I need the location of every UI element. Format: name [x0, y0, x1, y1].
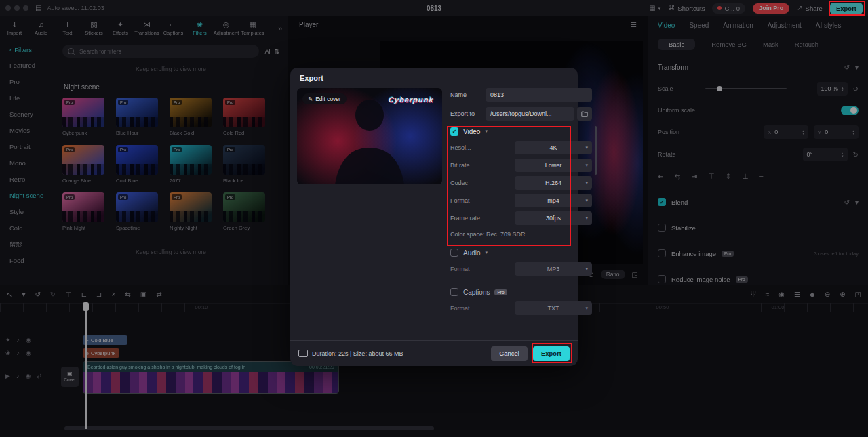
filter-card-black-gold[interactable]: ProBlack Gold [170, 98, 212, 136]
ratio-button[interactable]: Ratio [601, 270, 625, 279]
rotate-icon[interactable]: ↻ [853, 151, 859, 159]
scale-reset-icon[interactable]: ↺ [853, 85, 859, 93]
audio-checkbox[interactable] [450, 249, 458, 257]
reduce-noise-checkbox[interactable] [658, 275, 666, 283]
video-checkbox[interactable]: ✓ [450, 127, 458, 136]
filter-all-button[interactable]: All ⇅ [264, 48, 279, 55]
tool-tab-adjustment[interactable]: ◎Adjustment [213, 21, 239, 36]
tab-animation[interactable]: Animation [723, 22, 753, 29]
stepper-arrows-icon[interactable]: ▴▾ [852, 129, 854, 135]
scale-slider-knob[interactable] [717, 86, 722, 91]
stepper-arrows-icon[interactable]: ▴▾ [842, 152, 844, 157]
collapse-section-icon[interactable]: ▾ [855, 64, 859, 71]
mute-icon[interactable]: ♪ [17, 350, 20, 356]
stabilize-checkbox[interactable] [658, 224, 666, 232]
filter-card-2077[interactable]: Pro2077 [170, 145, 212, 184]
reset-blend-icon[interactable]: ↺ [844, 199, 850, 206]
captions-format-dropdown[interactable]: TXT ▾ [515, 301, 592, 315]
category-style[interactable]: Style [9, 204, 60, 220]
captions-checkbox[interactable] [450, 288, 458, 296]
subtab-retouch[interactable]: Retouch [795, 41, 818, 48]
cancel-button[interactable]: Cancel [491, 346, 528, 361]
filter-card-cold-blue[interactable]: ProCold Blue [116, 145, 158, 184]
stepper-arrows-icon[interactable]: ▴▾ [842, 86, 844, 91]
filter-card-orange-blue[interactable]: ProOrange Blue [62, 145, 104, 184]
export-path-input[interactable] [486, 107, 574, 121]
fullscreen-icon[interactable]: ◳ [632, 271, 638, 278]
playhead-handle[interactable] [83, 302, 89, 311]
cover-button[interactable]: ▣ Cover [61, 367, 79, 387]
join-pro-button[interactable]: Join Pro [753, 3, 789, 14]
align-bottom-icon[interactable]: ⊥ [742, 172, 748, 180]
position-y-stepper[interactable]: Y 0 ▴▾ [814, 125, 859, 139]
tool-tab-text[interactable]: TText [54, 21, 81, 36]
category-mono[interactable]: Mono [9, 155, 60, 171]
align-center-h-icon[interactable]: ⇆ [675, 172, 681, 180]
align-top-icon[interactable]: ⊤ [708, 172, 714, 180]
blend-checkbox[interactable]: ✓ [658, 198, 666, 206]
align-right-icon[interactable]: ⇥ [692, 172, 698, 180]
position-x-stepper[interactable]: X 0 ▴▾ [764, 125, 808, 139]
effect-track-icon[interactable]: ✦ [5, 337, 11, 344]
dropdown-bit-rate[interactable]: Lower▾ [515, 159, 592, 172]
mute-icon[interactable]: ♪ [16, 373, 20, 379]
visibility-icon[interactable]: ◉ [26, 350, 31, 356]
category-featured[interactable]: Featured [9, 58, 60, 74]
filter-card-green-grey[interactable]: ProGreen Grey [223, 192, 265, 231]
tab-adjustment[interactable]: Adjustment [768, 22, 802, 29]
window-close-icon[interactable] [5, 5, 11, 11]
category-[interactable]: 留影 [9, 236, 60, 253]
window-controls[interactable] [5, 5, 28, 11]
collapse-section-icon[interactable]: ▾ [855, 199, 859, 206]
tool-tab-filters[interactable]: ❀Filters [186, 21, 213, 36]
tool-tab-effects[interactable]: ✦Effects [107, 21, 134, 36]
shortcuts-button[interactable]: ⌘ Shortcuts [668, 5, 705, 12]
timeline-scrollbar[interactable] [64, 426, 434, 430]
subtab-basic[interactable]: Basic [658, 39, 695, 50]
tool-tab-audio[interactable]: ♫Audio [28, 21, 54, 36]
export-button-top[interactable]: Export [830, 3, 863, 14]
category-scenery[interactable]: Scenery [9, 106, 60, 123]
filters-panel-title[interactable]: ‹ Filters [9, 46, 60, 54]
tool-tab-import[interactable]: ↧Import [1, 21, 28, 36]
tab-ai-styles[interactable]: AI styles [816, 22, 842, 29]
filter-card-cyberpunk[interactable]: ProCyberpunk [62, 98, 104, 136]
tool-tab-stickers[interactable]: ▧Stickers [81, 21, 107, 36]
stepper-arrows-icon[interactable]: ▴▾ [802, 129, 804, 135]
name-input[interactable] [486, 88, 592, 102]
chevron-down-icon[interactable]: ▾ [485, 129, 488, 134]
dropdown-format[interactable]: mp4▾ [515, 194, 592, 207]
effect-clip[interactable]: ✦ Cold Blue [83, 335, 127, 345]
visibility-icon[interactable]: ◉ [25, 373, 31, 379]
reorder-icon[interactable]: ⇄ [37, 373, 42, 379]
tab-video[interactable]: Video [658, 22, 675, 29]
mute-icon[interactable]: ♪ [17, 337, 20, 344]
align-middle-icon[interactable]: ⇕ [726, 172, 732, 180]
dropdown-codec[interactable]: H.264▾ [515, 176, 592, 190]
dropdown-frame-rate[interactable]: 30fps▾ [515, 211, 592, 225]
uniform-scale-toggle[interactable] [841, 106, 859, 115]
window-zoom-icon[interactable] [23, 5, 28, 11]
tool-tab-transitions[interactable]: ⋈Transitions [134, 21, 160, 36]
audio-format-dropdown[interactable]: MP3 ▾ [515, 262, 592, 276]
window-minimize-icon[interactable] [14, 5, 20, 11]
align-left-icon[interactable]: ⇤ [658, 172, 664, 180]
category-retro[interactable]: Retro [9, 171, 60, 188]
player-menu-icon[interactable]: ☰ [631, 21, 637, 28]
filter-clip[interactable]: ❀ Cyberpunk [83, 348, 119, 358]
filter-card-pink-night[interactable]: ProPink Night [62, 192, 104, 231]
more-tools-icon[interactable]: » [278, 24, 286, 33]
rotate-stepper[interactable]: 0° ▴▾ [803, 148, 848, 161]
edit-cover-button[interactable]: ✎ Edit cover [302, 93, 347, 104]
reset-transform-icon[interactable]: ↺ [844, 64, 850, 71]
credits-badge[interactable]: C... 0 [712, 3, 745, 14]
filter-card-black-ice[interactable]: ProBlack Ice [223, 145, 265, 184]
category-life[interactable]: Life [9, 90, 60, 106]
tool-tab-captions[interactable]: ▭Captions [160, 21, 186, 36]
category-cold[interactable]: Cold [9, 220, 60, 236]
filter-track-icon[interactable]: ❀ [5, 350, 11, 356]
export-button-dialog[interactable]: Export [533, 346, 570, 361]
browse-folder-button[interactable] [577, 107, 592, 121]
dropdown-resol[interactable]: 4K▾ [515, 141, 592, 154]
share-button[interactable]: ↗ Share [797, 5, 823, 12]
